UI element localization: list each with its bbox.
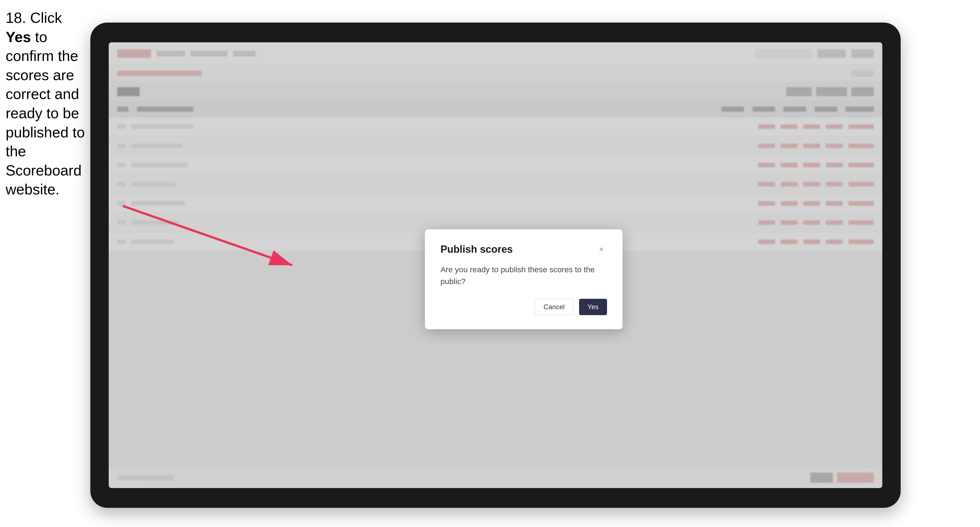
instruction-text: 18. Click Yes to confirm the scores are … [6, 8, 88, 199]
yes-button[interactable]: Yes [579, 299, 607, 315]
text-after: to confirm the scores are correct and re… [6, 29, 85, 198]
cancel-button[interactable]: Cancel [535, 299, 573, 315]
modal-header: Publish scores × [441, 243, 607, 255]
dialog-overlay: Publish scores × Are you ready to publis… [109, 42, 882, 488]
modal-message: Are you ready to publish these scores to… [441, 264, 607, 287]
text-before-bold: Click [26, 10, 62, 26]
bold-yes: Yes [6, 29, 31, 45]
modal-title: Publish scores [441, 243, 513, 255]
tablet-device: Publish scores × Are you ready to publis… [90, 22, 900, 508]
tablet-screen: Publish scores × Are you ready to publis… [109, 42, 882, 488]
modal-footer: Cancel Yes [441, 299, 607, 315]
publish-scores-modal: Publish scores × Are you ready to publis… [425, 229, 622, 329]
close-icon: × [599, 245, 604, 254]
step-number: 18. [6, 10, 26, 26]
modal-close-button[interactable]: × [596, 244, 607, 255]
modal-body: Are you ready to publish these scores to… [441, 264, 607, 287]
